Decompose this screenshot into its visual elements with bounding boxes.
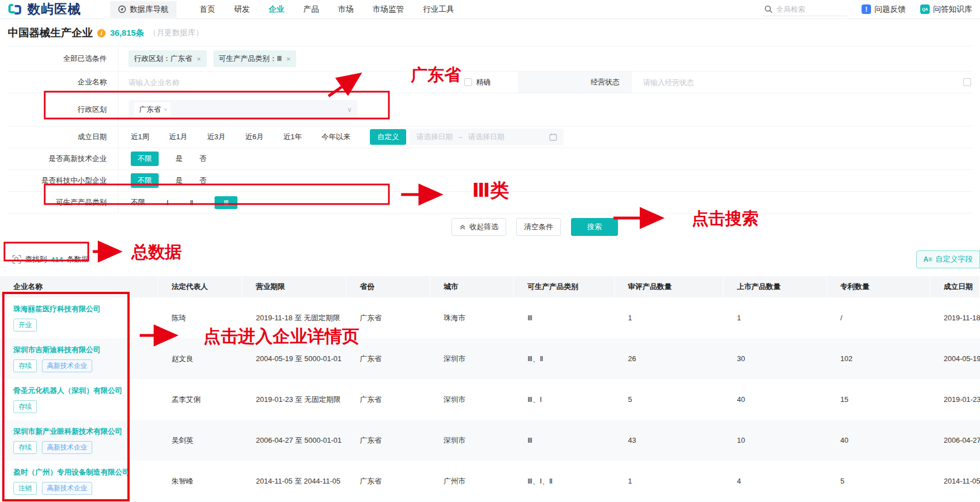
table-row: 深圳市新产业眼科新技术有限公司 存续 高新技术企业 吴剑英 2006-04-27… <box>0 420 980 461</box>
clear-filters-button[interactable]: 清空条件 <box>516 218 561 236</box>
region-select[interactable]: 广东省 × ∨ <box>129 100 358 119</box>
qa-knowledge-link[interactable]: QA 问答知识库 <box>920 4 972 15</box>
results-suffix: 条数据 <box>67 254 89 264</box>
class-option-3-selected[interactable]: Ⅲ <box>215 196 237 209</box>
company-link[interactable]: 珠海丽笙医疗科技有限公司 <box>13 304 154 314</box>
col-listed: 上市产品数量 <box>724 276 827 297</box>
product-class: Ⅲ <box>514 433 615 448</box>
info-icon[interactable]: i <box>97 29 106 37</box>
status-exact-checkbox[interactable] <box>963 78 971 86</box>
date-option-week[interactable]: 近1周 <box>131 132 149 142</box>
business-term: 2019-11-18 至 无固定期限 <box>242 310 346 326</box>
established-date: 2019-11-18 <box>930 310 980 325</box>
menu-item-tools[interactable]: 行业工具 <box>413 4 464 15</box>
collapse-filters-label: 收起筛选 <box>469 222 498 232</box>
sme-option-yes[interactable]: 是 <box>175 176 183 186</box>
search-button[interactable]: 搜索 <box>571 218 618 236</box>
collapse-filters-button[interactable]: 收起筛选 <box>451 218 506 236</box>
review-count: 5 <box>615 392 724 407</box>
date-range-picker[interactable]: 请选择日期 ~ 请选择日期 <box>410 129 564 145</box>
business-status-input[interactable] <box>632 78 972 87</box>
product-class: Ⅲ、Ⅰ、Ⅱ <box>514 473 615 490</box>
product-class: Ⅲ <box>514 310 615 325</box>
sme-option-any[interactable]: 不限 <box>131 173 159 188</box>
selected-conditions-row: 全部已选条件 行政区划：广东省 × 可生产产品类别：Ⅲ × <box>8 46 972 72</box>
date-option-3month[interactable]: 近3月 <box>207 132 225 142</box>
global-search[interactable] <box>763 3 847 16</box>
brand-logo[interactable]: 数屿医械 <box>8 1 81 18</box>
company-link[interactable]: 骨圣元化机器人（深圳）有限公司 <box>13 386 154 396</box>
total-count: 36,815条 <box>110 28 144 39</box>
business-status-label-cell: 经营状态 <box>519 72 632 93</box>
menu-item-supervision[interactable]: 市场监管 <box>363 4 413 15</box>
database-nav-button[interactable]: 数据库导航 <box>110 1 177 18</box>
class-option-2[interactable]: Ⅱ <box>190 198 193 207</box>
class-option-any[interactable]: 不限 <box>131 197 145 207</box>
filter-tag-region[interactable]: 行政区划：广东省 × <box>129 50 207 67</box>
range-separator: ~ <box>458 133 463 141</box>
sme-label: 是否科技中小型企业 <box>8 176 118 186</box>
remove-tag-icon[interactable]: × <box>197 55 201 63</box>
product-class-row: 可生产产品类别 不限 Ⅰ Ⅱ Ⅲ <box>8 192 972 214</box>
main-menu: 首页 研发 企业 产品 市场 市场监管 行业工具 <box>190 4 464 15</box>
menu-item-home[interactable]: 首页 <box>190 4 225 15</box>
col-patents: 专利数量 <box>827 276 930 297</box>
custom-date-button[interactable]: 自定义 <box>370 129 406 145</box>
filter-panel: 全部已选条件 行政区划：广东省 × 可生产产品类别：Ⅲ × 企业名称 <box>8 46 972 240</box>
company-link[interactable]: 深圳市新产业眼科新技术有限公司 <box>13 427 154 437</box>
hightech-option-any[interactable]: 不限 <box>131 151 159 166</box>
region-label: 行政区划 <box>8 105 118 115</box>
qa-chat-icon: QA <box>920 4 930 14</box>
established-date: 2006-04-27 <box>930 433 980 448</box>
table-row: 骨圣元化机器人（深圳）有限公司 存续 孟李艾俐 2019-01-23 至 无固定… <box>0 379 980 420</box>
hightech-option-no[interactable]: 否 <box>199 154 207 164</box>
class-option-1[interactable]: Ⅰ <box>166 198 169 207</box>
filter-actions-row: 收起筛选 清空条件 搜索 <box>8 214 972 240</box>
company-name-input[interactable] <box>129 78 458 87</box>
scan-search-icon <box>12 255 21 264</box>
sme-option-no[interactable]: 否 <box>199 176 207 186</box>
menu-item-enterprise[interactable]: 企业 <box>259 4 294 15</box>
company-link[interactable]: 盈时（广州）专用设备制造有限公司 <box>13 467 154 477</box>
review-count: 1 <box>615 310 724 325</box>
date-option-1month[interactable]: 近1月 <box>169 132 187 142</box>
exact-checkbox[interactable] <box>464 78 472 86</box>
remove-region-icon[interactable]: × <box>164 106 167 113</box>
hightech-badge: 高新技术企业 <box>42 359 92 372</box>
company-link[interactable]: 深圳市吉斯迪科技有限公司 <box>13 345 154 355</box>
nav-right: ! 问题反馈 QA 问答知识库 <box>763 3 972 16</box>
feedback-link[interactable]: ! 问题反馈 <box>862 4 906 15</box>
patent-count: 5 <box>827 473 930 489</box>
page-title-bar: 中国器械生产企业 i 36,815条 （月更数据库） <box>0 19 980 46</box>
city: 深圳市 <box>430 351 514 367</box>
filter-tag-text: 可生产产品类别：Ⅲ <box>219 54 282 64</box>
table-header: 企业名称 法定代表人 营业期限 省份 城市 可生产产品类别 审评产品数量 上市产… <box>0 276 980 297</box>
results-number: 414 <box>51 255 63 264</box>
date-option-ytd[interactable]: 今年以来 <box>321 132 350 142</box>
results-count: 查找到 414 条数据 <box>8 254 89 264</box>
legal-rep: 朱智峰 <box>158 473 242 490</box>
business-term: 2014-11-05 至 2044-11-05 <box>242 473 346 490</box>
global-search-input[interactable] <box>776 5 846 13</box>
table-row: 盈时（广州）专用设备制造有限公司 注销 高新技术企业 朱智峰 2014-11-0… <box>0 461 980 501</box>
status-badge: 注销 <box>13 482 37 495</box>
hightech-option-yes[interactable]: 是 <box>175 154 183 164</box>
menu-item-market[interactable]: 市场 <box>329 4 363 15</box>
menu-item-rd[interactable]: 研发 <box>225 4 259 15</box>
sme-row: 是否科技中小型企业 不限 是 否 <box>8 170 972 192</box>
product-class: Ⅲ、Ⅰ <box>514 391 615 408</box>
date-option-1year[interactable]: 近1年 <box>283 132 302 142</box>
logo-text: 数屿医械 <box>27 1 81 18</box>
qa-label: 问答知识库 <box>933 4 972 15</box>
menu-item-product[interactable]: 产品 <box>294 4 329 15</box>
patent-count: 102 <box>827 351 930 366</box>
business-term: 2006-04-27 至 5000-01-01 <box>242 432 346 449</box>
remove-tag-icon[interactable]: × <box>287 55 291 63</box>
filter-tag-class[interactable]: 可生产产品类别：Ⅲ × <box>213 50 297 67</box>
legal-rep: 赵文良 <box>158 351 242 367</box>
listed-count: 10 <box>724 433 827 448</box>
date-option-6month[interactable]: 近6月 <box>245 132 264 142</box>
status-badge: 存续 <box>13 441 37 454</box>
custom-fields-button[interactable]: A≡ 自定义字段 <box>916 250 980 268</box>
established-date: 2014-11-05 <box>930 473 980 489</box>
